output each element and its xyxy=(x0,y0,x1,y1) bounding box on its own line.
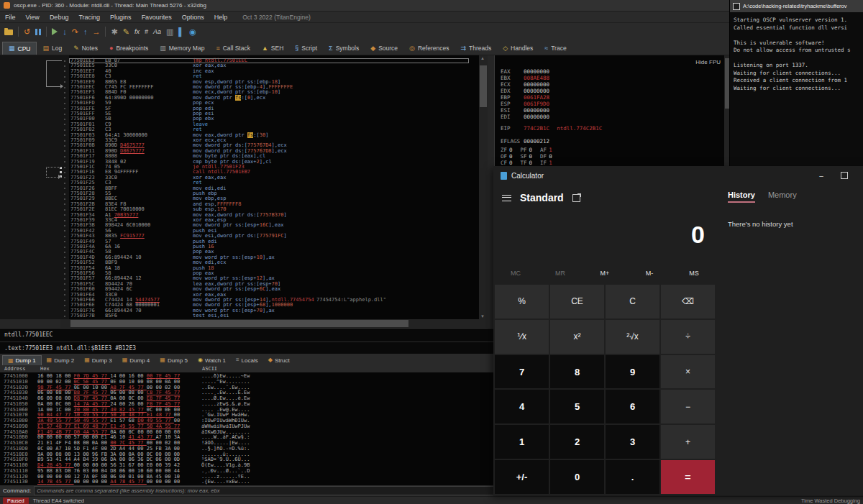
breakpoint-dot[interactable] xyxy=(64,193,65,195)
calc-key-divide[interactable]: ÷ xyxy=(661,320,715,354)
hide-fpu-button[interactable]: Hide FPU xyxy=(695,59,721,65)
calc-key-one[interactable]: 1 xyxy=(495,425,549,459)
register-row[interactable]: EBX008AE488 xyxy=(501,75,549,81)
breakpoint-dot[interactable] xyxy=(64,172,65,173)
calc-key-five[interactable]: 5 xyxy=(550,390,604,423)
tab-struct[interactable]: ◆Struct xyxy=(263,355,295,365)
calc-key-backspace[interactable]: ⌫ xyxy=(661,285,715,319)
breakpoint-dot[interactable] xyxy=(64,183,65,184)
memory-mr-button[interactable]: MR xyxy=(538,267,583,280)
calc-key-negate[interactable]: +/- xyxy=(495,460,549,494)
scroll-up-icon[interactable]: ▲ xyxy=(480,56,485,60)
menu-plugins[interactable]: Plugins xyxy=(105,14,137,21)
tab-references[interactable]: ◎References xyxy=(403,42,455,55)
breakpoint-dot[interactable] xyxy=(64,262,65,264)
calc-key-equals[interactable]: = xyxy=(661,460,715,494)
breakpoint-dot[interactable] xyxy=(64,97,65,98)
breakpoint-dot[interactable] xyxy=(64,103,65,104)
breakpoint-dot[interactable] xyxy=(64,230,65,232)
breakpoint-dot[interactable] xyxy=(64,60,65,62)
settings-gear-icon[interactable]: ✱ xyxy=(111,27,117,37)
breakpoint-dot[interactable] xyxy=(64,257,65,258)
tab-threads[interactable]: ⇉Threads xyxy=(455,42,497,55)
execute-till-return-icon[interactable]: → xyxy=(92,27,100,37)
breakpoint-dot[interactable] xyxy=(64,203,65,205)
disassembly-view[interactable]: 77501EE3EB 07jmp ntdll.77501EEC77501EE53… xyxy=(0,55,479,319)
breakpoint-dot[interactable] xyxy=(64,305,65,306)
calc-key-two[interactable]: 2 xyxy=(550,425,604,459)
memory-ms-button[interactable]: MS xyxy=(672,267,716,280)
calc-key-add[interactable]: + xyxy=(661,425,715,459)
calc-key-three[interactable]: 3 xyxy=(606,425,659,459)
breakpoint-dot[interactable] xyxy=(64,150,65,152)
breakpoint-dot[interactable] xyxy=(64,214,65,216)
tab-handles[interactable]: ◇Handles xyxy=(497,42,539,55)
flags-row[interactable]: CF0TF0IF1 xyxy=(501,160,560,166)
scroll-down-icon[interactable]: ▼ xyxy=(480,314,485,319)
calc-key-subtract[interactable]: − xyxy=(661,390,715,423)
pause-icon[interactable] xyxy=(35,29,41,35)
tab-dump-4[interactable]: ▦Dump 4 xyxy=(117,355,155,365)
menu-file[interactable]: File xyxy=(0,14,21,21)
scrollbar-thumb[interactable] xyxy=(70,320,408,327)
breakpoint-dot[interactable] xyxy=(64,76,65,78)
breakpoint-dot[interactable] xyxy=(64,294,65,295)
calc-key-clear[interactable]: C xyxy=(606,285,659,319)
calc-key-decimal[interactable]: . xyxy=(606,460,659,494)
breakpoint-dot[interactable] xyxy=(64,267,65,269)
tab-log[interactable]: ▤Log xyxy=(37,42,68,55)
breakpoint-dot[interactable] xyxy=(64,247,65,248)
calc-key-square-root[interactable]: ²√x xyxy=(606,320,659,354)
breakpoint-dot[interactable] xyxy=(64,108,65,109)
breakpoint-dot[interactable] xyxy=(64,241,65,242)
breakpoint-dot[interactable] xyxy=(64,87,65,88)
minimize-button[interactable]: – xyxy=(810,166,833,185)
hash-icon[interactable]: # xyxy=(145,27,148,37)
run-icon[interactable] xyxy=(52,28,58,35)
patch-icon[interactable]: ▌ xyxy=(178,27,184,37)
calc-key-eight[interactable]: 8 xyxy=(550,355,604,389)
flags-row[interactable]: ZF0PF0AF1 xyxy=(501,147,560,153)
menu-debug[interactable]: Debug xyxy=(45,14,74,21)
breakpoint-dot[interactable] xyxy=(64,188,65,189)
breakpoint-dot[interactable] xyxy=(64,114,65,115)
breakpoint-dot[interactable] xyxy=(64,65,65,67)
breakpoint-dot[interactable] xyxy=(64,129,65,131)
tab-notes[interactable]: ✎Notes xyxy=(68,42,104,55)
register-row[interactable]: EAX00000000 xyxy=(501,68,549,75)
globe-icon[interactable]: ◉ xyxy=(189,27,196,37)
breakpoint-dot[interactable] xyxy=(64,167,65,168)
menu-view[interactable]: View xyxy=(21,14,45,21)
breakpoint-dot[interactable] xyxy=(64,140,65,142)
breakpoint-dot[interactable] xyxy=(64,220,65,221)
breakpoint-dot[interactable] xyxy=(64,273,65,275)
breakpoint-dot[interactable] xyxy=(64,156,65,157)
breakpoint-dot[interactable] xyxy=(64,92,65,93)
register-row[interactable]: ECX00000000 xyxy=(501,81,549,88)
step-over-icon[interactable]: ↷ xyxy=(72,27,78,37)
tab-trace[interactable]: ≈Trace xyxy=(539,42,572,55)
memory-m-add-button[interactable]: M+ xyxy=(583,267,627,280)
tab-script[interactable]: §Script xyxy=(289,42,323,55)
breakpoint-dot[interactable] xyxy=(64,316,65,317)
tab-memory-map[interactable]: ▥Memory Map xyxy=(154,42,210,55)
calc-key-nine[interactable]: 9 xyxy=(606,355,659,389)
eip-register-row[interactable]: EIP774C2B1Cntdll.774C2B1C xyxy=(501,125,602,132)
memory-mc-button[interactable]: MC xyxy=(493,267,538,280)
tab-call-stack[interactable]: ≡Call Stack xyxy=(210,42,256,55)
flags-row[interactable]: OF0SF0DF0 xyxy=(501,153,560,160)
memory-m-subtract-button[interactable]: M- xyxy=(627,267,672,280)
calc-key-four[interactable]: 4 xyxy=(495,390,549,423)
breakpoint-dot[interactable] xyxy=(64,310,65,311)
calc-key-six[interactable]: 6 xyxy=(606,390,659,423)
menu-favourites[interactable]: Favourites xyxy=(137,14,177,21)
breakpoint-dot[interactable] xyxy=(64,124,65,125)
font-icon[interactable]: Aa xyxy=(153,27,161,37)
breakpoint-dot[interactable] xyxy=(64,70,65,72)
calc-key-multiply[interactable]: × xyxy=(661,355,715,389)
breakpoint-dot[interactable] xyxy=(64,119,65,120)
calc-key-percent[interactable]: % xyxy=(495,285,549,319)
assemble-icon[interactable]: ✎ xyxy=(123,27,129,37)
menu-help[interactable]: Help xyxy=(209,14,233,21)
tab-history[interactable]: History xyxy=(728,191,755,203)
